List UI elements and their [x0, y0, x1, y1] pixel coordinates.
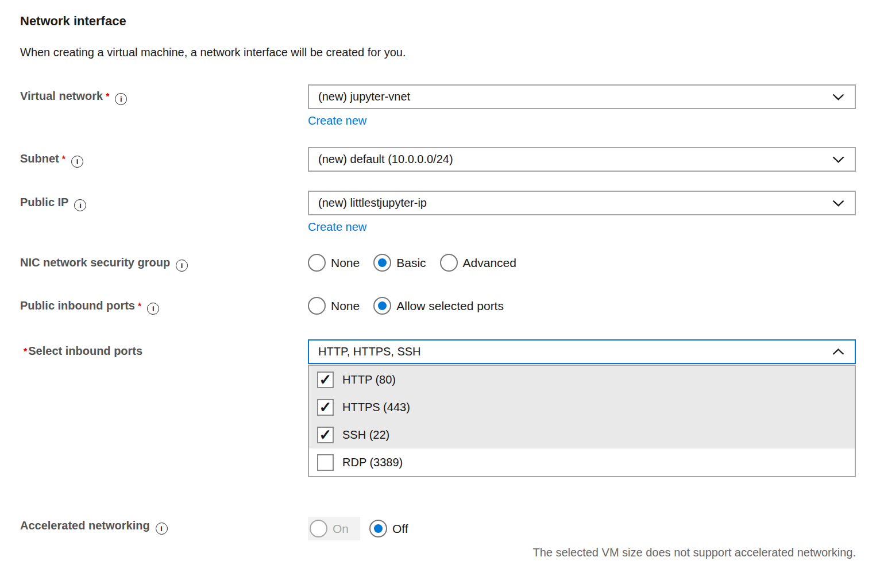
- public-inbound-ports-row: Public inbound ports*i None Allow select…: [20, 297, 856, 315]
- public-inbound-ports-label: Public inbound ports: [20, 299, 135, 312]
- info-icon[interactable]: i: [115, 93, 127, 105]
- virtual-network-dropdown[interactable]: (new) jupyter-vnet: [308, 84, 856, 109]
- section-description: When creating a virtual machine, a netwo…: [20, 46, 856, 59]
- network-interface-section: Network interface When creating a virtua…: [0, 0, 880, 588]
- option-ssh-22[interactable]: ✓ SSH (22): [309, 421, 855, 448]
- accelerated-networking-note: The selected VM size does not support ac…: [308, 546, 856, 559]
- required-asterisk: *: [62, 154, 65, 164]
- nic-nsg-row: NIC network security groupi None Basic A…: [20, 254, 856, 272]
- radio-inbound-allow-selected[interactable]: Allow selected ports: [373, 297, 504, 315]
- public-inbound-ports-label-wrap: Public inbound ports*i: [20, 297, 308, 315]
- select-inbound-ports-label-wrap: *Select inbound ports: [20, 339, 308, 358]
- accelerated-networking-control: On Off The selected VM size does not sup…: [308, 517, 856, 559]
- select-inbound-ports-control: HTTP, HTTPS, SSH ✓ HTTP (80) ✓ HTTPS (44…: [308, 339, 856, 477]
- checkbox-unchecked-icon[interactable]: [317, 454, 334, 471]
- nic-nsg-label: NIC network security group: [20, 256, 170, 269]
- radio-label: Off: [392, 522, 408, 536]
- radio-disabled-icon: [310, 520, 327, 537]
- radio-selected-icon: [373, 297, 391, 315]
- radio-label: None: [331, 256, 360, 270]
- radio-label: Allow selected ports: [396, 299, 504, 313]
- radio-nic-nsg-basic[interactable]: Basic: [373, 254, 426, 272]
- option-rdp-3389[interactable]: RDP (3389): [309, 448, 855, 476]
- section-title: Network interface: [20, 14, 856, 29]
- public-ip-control: (new) littlestjupyter-ip Create new: [308, 191, 856, 234]
- accelerated-networking-radio-group: On Off: [308, 517, 856, 540]
- info-icon[interactable]: i: [156, 523, 168, 535]
- checkbox-checked-icon[interactable]: ✓: [317, 427, 334, 443]
- public-ip-value: (new) littlestjupyter-ip: [318, 196, 427, 210]
- select-inbound-ports-row: *Select inbound ports HTTP, HTTPS, SSH ✓…: [20, 339, 856, 477]
- info-icon[interactable]: i: [147, 303, 159, 315]
- radio-icon: [308, 254, 326, 272]
- radio-accel-on: On: [308, 517, 360, 540]
- subnet-label-wrap: Subnet*i: [20, 147, 308, 168]
- virtual-network-row: Virtual network*i (new) jupyter-vnet Cre…: [20, 84, 856, 127]
- chevron-down-icon: [832, 200, 844, 207]
- public-ip-label: Public IP: [20, 196, 68, 208]
- option-http-80[interactable]: ✓ HTTP (80): [309, 366, 855, 393]
- radio-selected-icon: [373, 254, 391, 272]
- radio-icon: [440, 254, 458, 272]
- public-ip-row: Public IPi (new) littlestjupyter-ip Crea…: [20, 191, 856, 234]
- select-inbound-ports-dropdown[interactable]: HTTP, HTTPS, SSH: [308, 339, 856, 364]
- virtual-network-control: (new) jupyter-vnet Create new: [308, 84, 856, 127]
- radio-accel-off[interactable]: Off: [369, 520, 408, 537]
- virtual-network-label: Virtual network: [20, 90, 103, 102]
- option-label: RDP (3389): [342, 456, 403, 469]
- radio-inbound-none[interactable]: None: [308, 297, 360, 315]
- subnet-control: (new) default (10.0.0.0/24): [308, 147, 856, 172]
- info-icon[interactable]: i: [71, 156, 83, 168]
- subnet-row: Subnet*i (new) default (10.0.0.0/24): [20, 147, 856, 172]
- public-ip-label-wrap: Public IPi: [20, 191, 308, 211]
- select-inbound-ports-value: HTTP, HTTPS, SSH: [318, 345, 421, 358]
- option-label: SSH (22): [342, 428, 389, 442]
- virtual-network-label-wrap: Virtual network*i: [20, 84, 308, 105]
- inbound-ports-option-list: ✓ HTTP (80) ✓ HTTPS (443) ✓ SSH (22) RDP…: [308, 365, 856, 477]
- select-inbound-ports-label: Select inbound ports: [28, 345, 142, 357]
- radio-icon: [308, 297, 326, 315]
- subnet-dropdown[interactable]: (new) default (10.0.0.0/24): [308, 147, 856, 172]
- option-label: HTTP (80): [342, 373, 396, 386]
- checkbox-checked-icon[interactable]: ✓: [317, 372, 334, 388]
- info-icon[interactable]: i: [74, 199, 86, 211]
- radio-label: Basic: [396, 256, 426, 270]
- radio-selected-icon: [369, 520, 387, 537]
- radio-label: Advanced: [463, 256, 516, 270]
- required-asterisk: *: [106, 92, 109, 102]
- virtual-network-value: (new) jupyter-vnet: [318, 90, 410, 103]
- option-label: HTTPS (443): [342, 401, 410, 414]
- chevron-down-icon: [832, 156, 844, 163]
- accelerated-networking-label-wrap: Accelerated networkingi: [20, 517, 308, 535]
- radio-label: None: [331, 299, 360, 313]
- public-ip-dropdown[interactable]: (new) littlestjupyter-ip: [308, 191, 856, 215]
- subnet-value: (new) default (10.0.0.0/24): [318, 153, 453, 166]
- radio-nic-nsg-advanced[interactable]: Advanced: [440, 254, 516, 272]
- create-new-vnet-link[interactable]: Create new: [308, 114, 366, 127]
- create-new-public-ip-link[interactable]: Create new: [308, 220, 366, 234]
- accelerated-networking-row: Accelerated networkingi On Off The selec…: [20, 517, 856, 559]
- info-icon[interactable]: i: [176, 260, 188, 272]
- required-asterisk: *: [24, 347, 27, 357]
- required-asterisk: *: [138, 301, 141, 311]
- chevron-down-icon: [832, 94, 844, 100]
- public-inbound-ports-radio-group: None Allow selected ports: [308, 297, 856, 315]
- option-https-443[interactable]: ✓ HTTPS (443): [309, 393, 855, 421]
- nic-nsg-label-wrap: NIC network security groupi: [20, 254, 308, 272]
- radio-label: On: [333, 522, 349, 536]
- subnet-label: Subnet: [20, 152, 59, 165]
- nic-nsg-radio-group: None Basic Advanced: [308, 254, 856, 272]
- radio-nic-nsg-none[interactable]: None: [308, 254, 360, 272]
- chevron-up-icon: [832, 349, 844, 355]
- accelerated-networking-label: Accelerated networking: [20, 519, 150, 532]
- checkbox-checked-icon[interactable]: ✓: [317, 399, 334, 416]
